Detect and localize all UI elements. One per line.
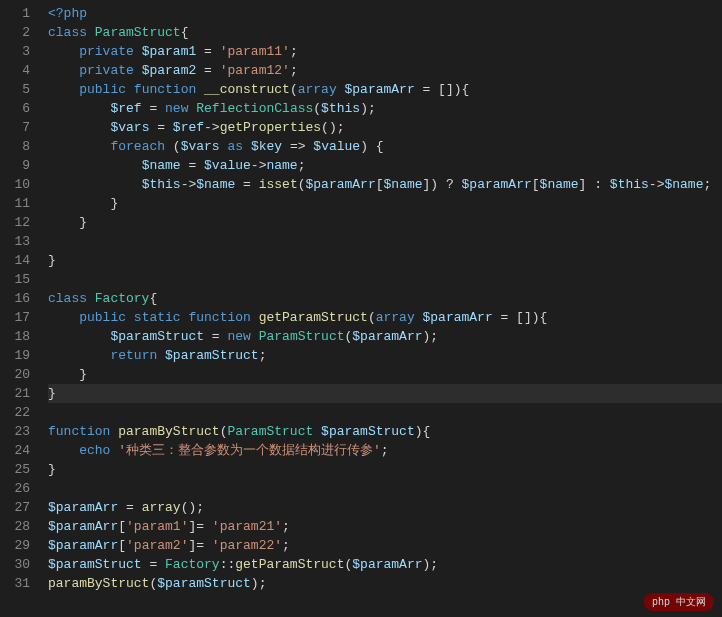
code-token: :: bbox=[220, 557, 236, 572]
code-token: [ bbox=[118, 538, 126, 553]
code-token: public bbox=[79, 82, 134, 97]
code-token: = [] bbox=[415, 82, 454, 97]
code-line[interactable]: } bbox=[48, 460, 722, 479]
code-line[interactable]: $paramArr['param1']= 'param21'; bbox=[48, 517, 722, 536]
code-token: -> bbox=[204, 120, 220, 135]
line-number: 13 bbox=[6, 232, 30, 251]
code-line[interactable] bbox=[48, 479, 722, 498]
code-line[interactable]: $paramStruct = Factory::getParamStruct($… bbox=[48, 555, 722, 574]
code-token: $param2 bbox=[142, 63, 197, 78]
code-line[interactable]: $paramArr['param2']= 'param22'; bbox=[48, 536, 722, 555]
line-number: 27 bbox=[6, 498, 30, 517]
code-token: } bbox=[48, 386, 56, 401]
code-line[interactable]: } bbox=[48, 384, 722, 403]
line-number: 7 bbox=[6, 118, 30, 137]
code-token: Factory bbox=[165, 557, 220, 572]
code-token: name bbox=[266, 158, 297, 173]
code-line[interactable]: private $param2 = 'param12'; bbox=[48, 61, 722, 80]
code-line[interactable]: $paramArr = array(); bbox=[48, 498, 722, 517]
code-line[interactable]: $paramStruct = new ParamStruct($paramArr… bbox=[48, 327, 722, 346]
code-token: } bbox=[110, 196, 118, 211]
line-number-gutter: 1234567891011121314151617181920212223242… bbox=[0, 0, 40, 617]
code-line[interactable]: $name = $value->name; bbox=[48, 156, 722, 175]
code-token: $paramArr bbox=[423, 310, 493, 325]
code-token: ); bbox=[423, 329, 439, 344]
code-line[interactable]: function paramByStruct(ParamStruct $para… bbox=[48, 422, 722, 441]
code-token: $name bbox=[142, 158, 181, 173]
code-token: = bbox=[204, 329, 227, 344]
code-token: getParamStruct bbox=[235, 557, 344, 572]
code-token: = [] bbox=[493, 310, 532, 325]
code-token: = bbox=[196, 63, 219, 78]
code-token: ]= bbox=[188, 519, 211, 534]
code-line[interactable]: $vars = $ref->getProperties(); bbox=[48, 118, 722, 137]
line-number: 23 bbox=[6, 422, 30, 441]
line-number: 17 bbox=[6, 308, 30, 327]
code-line[interactable]: <?php bbox=[48, 4, 722, 23]
code-token: 'param11' bbox=[220, 44, 290, 59]
code-token: = bbox=[142, 557, 165, 572]
code-line[interactable]: } bbox=[48, 251, 722, 270]
code-token: ); bbox=[251, 576, 267, 591]
code-token: = bbox=[149, 120, 172, 135]
code-token: $this bbox=[142, 177, 181, 192]
code-token: { bbox=[149, 291, 157, 306]
line-number: 6 bbox=[6, 99, 30, 118]
code-line[interactable]: echo '种类三：整合参数为一个数据结构进行传参'; bbox=[48, 441, 722, 460]
code-token: $paramArr bbox=[345, 82, 415, 97]
code-token: '种类三：整合参数为一个数据结构进行传参' bbox=[118, 443, 381, 458]
code-token: 'param2' bbox=[126, 538, 188, 553]
code-token: ( bbox=[313, 101, 321, 116]
line-number: 28 bbox=[6, 517, 30, 536]
code-line[interactable] bbox=[48, 232, 722, 251]
code-line[interactable]: class Factory{ bbox=[48, 289, 722, 308]
code-line[interactable]: foreach ($vars as $key => $value) { bbox=[48, 137, 722, 156]
code-token: ) { bbox=[360, 139, 383, 154]
code-line[interactable]: } bbox=[48, 213, 722, 232]
code-token: function bbox=[134, 82, 204, 97]
code-line[interactable]: private $param1 = 'param11'; bbox=[48, 42, 722, 61]
code-token: $param1 bbox=[142, 44, 197, 59]
code-token: $paramStruct bbox=[157, 576, 251, 591]
line-number: 11 bbox=[6, 194, 30, 213]
code-line[interactable]: return $paramStruct; bbox=[48, 346, 722, 365]
code-token: function bbox=[48, 424, 118, 439]
code-line[interactable] bbox=[48, 403, 722, 422]
code-token: function bbox=[188, 310, 258, 325]
code-token: $paramStruct bbox=[165, 348, 259, 363]
line-number: 14 bbox=[6, 251, 30, 270]
code-token: 'param12' bbox=[220, 63, 290, 78]
line-number: 5 bbox=[6, 80, 30, 99]
code-token: } bbox=[48, 253, 56, 268]
code-line[interactable]: public static function getParamStruct(ar… bbox=[48, 308, 722, 327]
code-token: } bbox=[79, 367, 87, 382]
code-line[interactable]: public function __construct(array $param… bbox=[48, 80, 722, 99]
code-token: = bbox=[196, 44, 219, 59]
code-line[interactable]: } bbox=[48, 365, 722, 384]
code-token: echo bbox=[79, 443, 118, 458]
code-token: new bbox=[165, 101, 196, 116]
code-line[interactable]: $this->$name = isset($paramArr[$name]) ?… bbox=[48, 175, 722, 194]
code-token: [ bbox=[118, 519, 126, 534]
code-token: private bbox=[79, 44, 141, 59]
code-area[interactable]: <?phpclass ParamStruct{ private $param1 … bbox=[40, 0, 722, 617]
code-token: return bbox=[110, 348, 165, 363]
code-token: ); bbox=[423, 557, 439, 572]
code-line[interactable]: } bbox=[48, 194, 722, 213]
code-line[interactable] bbox=[48, 270, 722, 289]
code-line[interactable]: class ParamStruct{ bbox=[48, 23, 722, 42]
code-token: (); bbox=[181, 500, 204, 515]
code-token: 'param21' bbox=[212, 519, 282, 534]
code-token: $paramArr bbox=[352, 329, 422, 344]
code-token: ( bbox=[290, 82, 298, 97]
code-token: (); bbox=[321, 120, 344, 135]
code-token: $paramStruct bbox=[321, 424, 415, 439]
code-token: = bbox=[118, 500, 141, 515]
code-editor[interactable]: 1234567891011121314151617181920212223242… bbox=[0, 0, 722, 617]
code-line[interactable]: $ref = new ReflectionClass($this); bbox=[48, 99, 722, 118]
code-line[interactable]: paramByStruct($paramStruct); bbox=[48, 574, 722, 593]
code-token: $paramArr bbox=[48, 538, 118, 553]
line-number: 22 bbox=[6, 403, 30, 422]
code-token: 'param1' bbox=[126, 519, 188, 534]
code-token: ReflectionClass bbox=[196, 101, 313, 116]
